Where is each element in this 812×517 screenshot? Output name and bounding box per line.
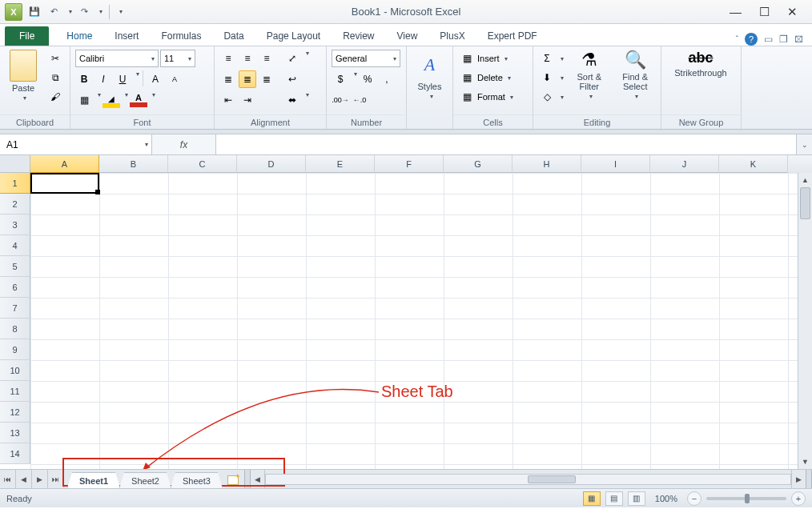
page-break-view-icon[interactable]: ▥	[628, 491, 645, 506]
italic-button[interactable]: I	[94, 70, 112, 88]
mdi-minimize-icon[interactable]: ▭	[764, 34, 773, 45]
tab-insert[interactable]: Insert	[103, 26, 150, 46]
qat-customize-icon[interactable]: ▾	[119, 8, 123, 15]
tab-home[interactable]: Home	[55, 26, 103, 46]
fill-handle[interactable]	[95, 190, 100, 194]
tab-view[interactable]: View	[386, 26, 429, 46]
col-header-B[interactable]: B	[99, 155, 168, 173]
row-header-4[interactable]: 4	[0, 235, 30, 256]
sheet-tab-sheet1[interactable]: Sheet1	[67, 472, 120, 488]
cut-icon[interactable]: ✂	[46, 50, 64, 67]
tab-formulas[interactable]: Formulas	[150, 26, 212, 46]
excel-logo-icon[interactable]: X	[5, 3, 22, 21]
underline-dropdown-icon[interactable]: ▾	[136, 70, 139, 88]
row-header-5[interactable]: 5	[0, 256, 30, 277]
zoom-slider[interactable]	[706, 497, 786, 500]
autosum-dropdown-icon[interactable]: ▾	[561, 55, 564, 62]
copy-icon[interactable]: ⧉	[46, 69, 64, 86]
name-box[interactable]: A1 ▾	[0, 134, 152, 154]
find-dropdown-icon[interactable]: ▾	[635, 93, 638, 100]
row-header-13[interactable]: 13	[0, 423, 30, 443]
scroll-down-icon[interactable]: ▼	[798, 455, 812, 469]
sort-filter-button[interactable]: ⚗ Sort & Filter ▾	[569, 50, 610, 113]
delete-cells-dropdown-icon[interactable]: ▾	[508, 74, 511, 82]
clear-dropdown-icon[interactable]: ▾	[561, 94, 564, 101]
col-header-D[interactable]: D	[237, 155, 306, 173]
row-header-14[interactable]: 14	[0, 443, 30, 464]
col-header-C[interactable]: C	[168, 155, 237, 173]
align-left-icon[interactable]: ≣	[219, 70, 237, 88]
number-format-combo[interactable]: General▾	[332, 50, 400, 67]
vertical-scrollbar[interactable]: ▲ ▼	[798, 173, 812, 469]
insert-function-button[interactable]: fx	[152, 134, 216, 154]
underline-button[interactable]: U	[114, 70, 131, 88]
fill-button[interactable]: ⬇▾	[538, 69, 564, 86]
paste-button[interactable]: Paste ▾	[5, 50, 42, 113]
strikethrough-button[interactable]: abc Strikethrough	[666, 50, 735, 113]
minimize-icon[interactable]: —	[730, 5, 742, 19]
grow-font-button[interactable]: A	[147, 70, 164, 88]
fill-color-button[interactable]: ◢	[103, 91, 120, 109]
styles-button[interactable]: A Styles ▾	[412, 50, 448, 113]
tab-expert-pdf[interactable]: Expert PDF	[476, 26, 549, 46]
row-header-6[interactable]: 6	[0, 277, 30, 298]
merge-center-icon[interactable]: ⬌	[283, 91, 301, 109]
paste-dropdown-icon[interactable]: ▾	[23, 94, 26, 102]
close-icon[interactable]: ✕	[787, 5, 798, 19]
prev-sheet-icon[interactable]: ◀	[16, 470, 32, 488]
align-bottom-icon[interactable]: ≡	[258, 50, 275, 67]
sheet-tab-sheet3[interactable]: Sheet3	[171, 472, 223, 488]
col-header-H[interactable]: H	[513, 155, 581, 173]
bold-button[interactable]: B	[75, 70, 93, 88]
select-all-corner[interactable]	[0, 155, 30, 173]
col-header-A[interactable]: A	[30, 155, 99, 173]
orientation-icon[interactable]: ⤢	[283, 50, 301, 67]
row-header-12[interactable]: 12	[0, 402, 30, 423]
name-box-dropdown-icon[interactable]: ▾	[145, 141, 148, 148]
tab-data[interactable]: Data	[212, 26, 255, 46]
col-header-E[interactable]: E	[306, 155, 375, 173]
decrease-indent-icon[interactable]: ⇤	[219, 91, 237, 109]
col-header-J[interactable]: J	[650, 155, 719, 173]
mdi-close-icon[interactable]: ⛝	[794, 34, 804, 45]
format-cells-dropdown-icon[interactable]: ▾	[510, 94, 513, 101]
merge-dropdown-icon[interactable]: ▾	[306, 91, 309, 109]
row-header-1[interactable]: 1	[0, 173, 30, 194]
row-header-3[interactable]: 3	[0, 214, 30, 235]
redo-icon[interactable]: ↷	[77, 5, 91, 19]
ribbon-minimize-icon[interactable]: ˆ	[736, 35, 738, 44]
row-header-2[interactable]: 2	[0, 194, 30, 214]
find-select-button[interactable]: 🔍 Find & Select ▾	[615, 50, 657, 113]
active-cell[interactable]	[30, 173, 99, 194]
page-layout-view-icon[interactable]: ▤	[605, 491, 623, 506]
cells-area[interactable]: Sheet Tab	[30, 173, 798, 469]
format-cells-button[interactable]: ▦Format▾	[458, 88, 528, 106]
redo-dropdown-icon[interactable]: ▾	[99, 8, 103, 15]
col-header-F[interactable]: F	[375, 155, 444, 173]
formula-input[interactable]	[216, 134, 796, 154]
align-right-icon[interactable]: ≣	[258, 70, 275, 88]
zoom-in-button[interactable]: +	[791, 491, 806, 506]
font-size-combo[interactable]: 11▾	[160, 50, 195, 67]
styles-dropdown-icon[interactable]: ▾	[430, 93, 433, 100]
autosum-button[interactable]: Σ▾	[538, 50, 564, 67]
delete-cells-button[interactable]: ▦Delete▾	[458, 69, 528, 86]
decrease-decimal-icon[interactable]: ←.0	[351, 91, 368, 109]
save-icon[interactable]: 💾	[27, 5, 42, 19]
fill-color-dropdown-icon[interactable]: ▾	[125, 91, 128, 109]
orientation-dropdown-icon[interactable]: ▾	[306, 50, 309, 67]
increase-indent-icon[interactable]: ⇥	[239, 91, 256, 109]
font-name-combo[interactable]: Calibri▾	[75, 50, 159, 67]
fill-dropdown-icon[interactable]: ▾	[561, 74, 564, 82]
row-header-11[interactable]: 11	[0, 381, 30, 402]
align-center-icon[interactable]: ≣	[239, 70, 256, 88]
align-middle-icon[interactable]: ≡	[239, 50, 256, 67]
scroll-up-icon[interactable]: ▲	[798, 173, 812, 187]
zoom-thumb[interactable]	[745, 494, 750, 503]
hsplit-handle[interactable]	[806, 470, 812, 488]
clear-button[interactable]: ◇▾	[538, 88, 564, 106]
first-sheet-icon[interactable]: ⏮	[0, 470, 16, 488]
insert-cells-button[interactable]: ▦Insert▾	[458, 50, 528, 67]
row-header-10[interactable]: 10	[0, 360, 30, 381]
scroll-right-icon[interactable]: ▶	[791, 470, 806, 488]
